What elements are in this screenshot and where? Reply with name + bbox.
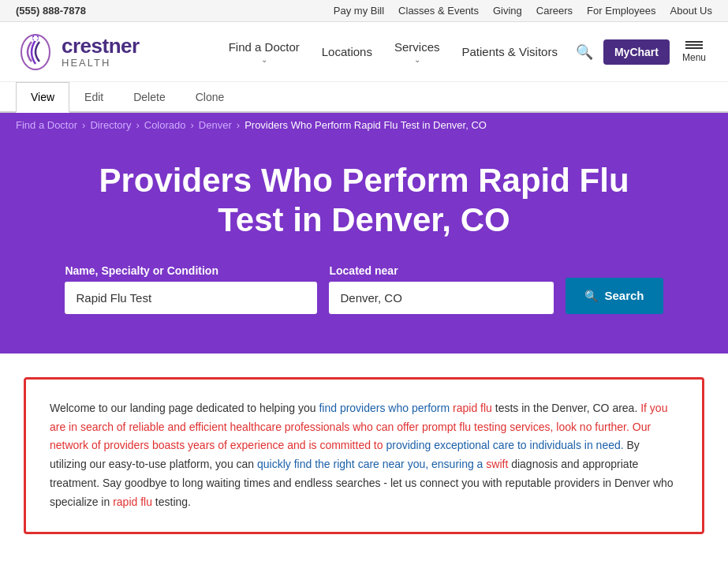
logo-icon: [16, 30, 55, 73]
for-employees-link[interactable]: For Employees: [587, 5, 655, 17]
breadcrumb: Find a Doctor › Directory › Colorado › D…: [16, 119, 712, 131]
mychart-button[interactable]: MyChart: [603, 39, 670, 65]
hero-title: Providers Who Perform Rapid Flu Test in …: [88, 161, 640, 241]
delete-tab[interactable]: Delete: [118, 82, 180, 113]
patients-visitors-nav[interactable]: Patients & Visitors: [454, 39, 566, 65]
services-chevron: ⌄: [414, 55, 420, 64]
breadcrumb-sep-3: ›: [191, 119, 194, 131]
about-us-link[interactable]: About Us: [670, 5, 712, 17]
menu-bar-1: [685, 41, 703, 43]
header-search-button[interactable]: 🔍: [572, 39, 597, 65]
phone-number: (555) 888-7878: [16, 5, 86, 17]
search-form: Name, Specialty or Condition Located nea…: [16, 264, 712, 314]
breadcrumb-directory[interactable]: Directory: [90, 119, 131, 131]
tabs-bar: View Edit Delete Clone: [0, 82, 728, 113]
name-field-label: Name, Specialty or Condition: [65, 264, 317, 277]
logo[interactable]: crestner HEALTH: [16, 30, 140, 73]
location-field-label: Located near: [329, 264, 554, 277]
breadcrumb-find-doctor[interactable]: Find a Doctor: [16, 119, 77, 131]
find-a-doctor-nav[interactable]: Find a Doctor ⌄: [221, 34, 308, 70]
search-icon: 🔍: [584, 290, 598, 302]
ai-content-text: Welcome to our landing page dedicated to…: [50, 399, 678, 512]
location-form-group: Located near: [329, 264, 554, 314]
breadcrumb-sep-4: ›: [237, 119, 240, 131]
logo-sub: HEALTH: [62, 58, 140, 69]
menu-bar-2: [685, 44, 703, 46]
breadcrumb-sep-2: ›: [136, 119, 139, 131]
ai-content-box: Welcome to our landing page dedicated to…: [24, 377, 704, 534]
menu-label: Menu: [682, 52, 706, 63]
top-bar-links: Pay my Bill Classes & Events Giving Care…: [334, 5, 712, 17]
breadcrumb-current: Providers Who Perform Rapid Flu Test in …: [245, 119, 487, 131]
menu-bar-3: [685, 47, 703, 49]
header: crestner HEALTH Find a Doctor ⌄ Location…: [0, 22, 728, 82]
locations-nav[interactable]: Locations: [314, 39, 380, 65]
svg-rect-3: [33, 37, 39, 39]
content-area: Welcome to our landing page dedicated to…: [0, 353, 728, 558]
classes-events-link[interactable]: Classes & Events: [398, 5, 479, 17]
pay-my-bill-link[interactable]: Pay my Bill: [334, 5, 384, 17]
location-input[interactable]: [329, 282, 554, 314]
breadcrumb-denver[interactable]: Denver: [199, 119, 232, 131]
view-tab[interactable]: View: [16, 82, 69, 113]
hero-section: Providers Who Perform Rapid Flu Test in …: [0, 137, 728, 353]
name-form-group: Name, Specialty or Condition: [65, 264, 317, 314]
breadcrumb-colorado[interactable]: Colorado: [144, 119, 186, 131]
search-button[interactable]: 🔍 Search: [566, 278, 663, 314]
edit-tab[interactable]: Edit: [69, 82, 118, 113]
name-specialty-input[interactable]: [65, 282, 317, 314]
giving-link[interactable]: Giving: [493, 5, 522, 17]
menu-button[interactable]: Menu: [676, 37, 712, 67]
clone-tab[interactable]: Clone: [181, 82, 240, 113]
search-button-label: Search: [604, 289, 644, 302]
logo-brand: crestner: [62, 35, 140, 58]
logo-text: crestner HEALTH: [62, 35, 140, 69]
find-a-doctor-chevron: ⌄: [261, 55, 267, 64]
main-nav: Find a Doctor ⌄ Locations Services ⌄ Pat…: [221, 34, 712, 70]
breadcrumb-bar: Find a Doctor › Directory › Colorado › D…: [0, 113, 728, 137]
careers-link[interactable]: Careers: [536, 5, 573, 17]
top-bar: (555) 888-7878 Pay my Bill Classes & Eve…: [0, 0, 728, 22]
services-nav[interactable]: Services ⌄: [386, 34, 448, 70]
breadcrumb-sep-1: ›: [82, 119, 85, 131]
